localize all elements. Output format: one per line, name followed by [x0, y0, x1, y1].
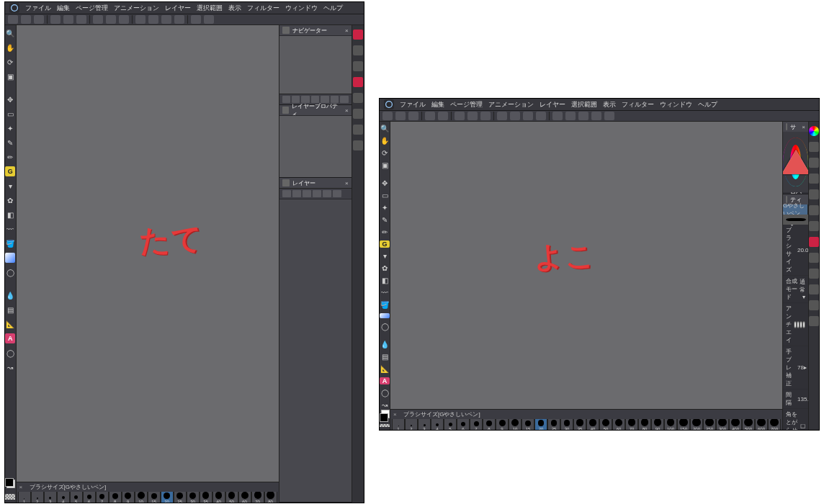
color-swatch[interactable] — [5, 478, 15, 488]
move-tool-icon[interactable]: ✋ — [380, 137, 390, 145]
misc-icon[interactable] — [552, 112, 563, 120]
correct-line-tool-icon[interactable]: ↝ — [380, 401, 390, 409]
rotate-icon[interactable] — [161, 15, 171, 24]
dock-icon[interactable] — [809, 189, 819, 199]
brush-size-cell[interactable]: 60 — [238, 492, 251, 503]
brush-size-cell[interactable]: 400 — [729, 419, 742, 430]
cut-icon[interactable] — [455, 112, 465, 120]
menu-item[interactable]: ヘルプ — [698, 100, 717, 109]
menu-item[interactable]: ページ管理 — [76, 4, 108, 13]
brush-size-cell[interactable]: 80 — [638, 419, 651, 430]
brush-size-cell[interactable]: 10 — [135, 492, 148, 503]
menu-item[interactable]: ウィンドウ — [660, 100, 692, 109]
marquee-tool-icon[interactable]: ▭ — [380, 192, 390, 199]
gradient-tool-icon[interactable] — [380, 313, 390, 318]
menu-item[interactable]: 選択範囲 — [197, 4, 223, 13]
layer-btn[interactable] — [313, 190, 321, 197]
brush-size-cell[interactable]: 3 — [418, 419, 431, 430]
blend-tool-icon[interactable]: 〰 — [5, 224, 15, 234]
brush-size-cell[interactable]: 9 — [496, 419, 509, 430]
layer-move-tool-icon[interactable]: ✥ — [380, 179, 390, 187]
brush-size-cell[interactable]: 1 — [392, 419, 405, 430]
misc-icon[interactable] — [204, 15, 214, 24]
brush-size-cell[interactable]: 30 — [560, 419, 573, 430]
marquee-tool-icon[interactable]: ▭ — [5, 109, 15, 119]
zoom-out-icon[interactable] — [135, 15, 146, 24]
color-swatch[interactable] — [380, 413, 390, 418]
pencil-tool-icon[interactable]: ✏ — [5, 152, 15, 162]
brush-size-cell[interactable]: 25 — [174, 492, 187, 503]
brush-size-cell[interactable]: 3 — [44, 492, 57, 503]
brush-size-cell[interactable]: 4 — [57, 492, 70, 503]
menu-item[interactable]: ヘルプ — [323, 4, 343, 13]
undo-icon[interactable] — [425, 112, 435, 120]
dock-icon[interactable] — [809, 237, 819, 247]
brush-size-cell[interactable]: 40 — [586, 419, 599, 430]
airbrush-tool-icon[interactable]: ▾ — [380, 252, 390, 260]
eyedropper-tool-icon[interactable]: 💧 — [380, 341, 390, 348]
rotate-icon[interactable] — [523, 112, 533, 120]
dock-icon[interactable] — [353, 77, 363, 87]
tool-property-row[interactable]: 合成モード通常 ▾ — [783, 276, 808, 303]
menu-item[interactable]: 表示 — [228, 4, 241, 13]
tool-property-row[interactable]: アンチエイ — [783, 303, 808, 346]
zoom-in-icon[interactable] — [148, 15, 158, 24]
layer-btn[interactable] — [292, 190, 301, 197]
paste-icon[interactable] — [119, 15, 129, 24]
layer-btn[interactable] — [333, 190, 341, 197]
brush-size-cell[interactable]: 30 — [187, 492, 200, 503]
layer-list[interactable] — [279, 199, 352, 502]
misc-icon[interactable] — [565, 112, 576, 120]
menu-item[interactable]: 編集 — [57, 4, 70, 13]
dock-icon[interactable] — [809, 269, 819, 279]
text-tool-icon[interactable]: A — [380, 377, 390, 384]
dock-icon[interactable] — [809, 174, 819, 184]
dock-icon[interactable] — [809, 300, 819, 310]
brush-size-cell[interactable]: 7 — [96, 492, 109, 503]
brush-size-cell[interactable]: 300 — [716, 419, 729, 430]
brush-size-cell[interactable]: 20 — [534, 419, 547, 430]
layer-btn[interactable] — [323, 190, 331, 197]
tool-property-row[interactable]: ブラシサイズ20.0▸ — [783, 225, 808, 276]
brush-size-cell[interactable]: 15 — [522, 419, 534, 430]
decoration-tool-icon[interactable]: ✿ — [5, 195, 15, 205]
menu-item[interactable]: レイヤー — [165, 4, 191, 13]
move-tool-icon[interactable]: ✋ — [5, 42, 15, 53]
brush-size-cell[interactable]: 70 — [251, 492, 264, 503]
dock-icon[interactable] — [809, 205, 819, 215]
pencil-tool-icon[interactable]: ✏ — [380, 228, 390, 236]
eyedropper-tool-icon[interactable]: 💧 — [5, 290, 15, 300]
zoom-out-icon[interactable] — [497, 112, 507, 120]
brush-size-cell[interactable]: 7 — [470, 419, 483, 430]
cut-icon[interactable] — [93, 15, 103, 24]
brush-size-cell[interactable]: 1 — [18, 492, 31, 503]
canvas[interactable]: たて — [17, 25, 279, 482]
color-wheel[interactable] — [783, 132, 808, 192]
brush-size-cell[interactable]: 2 — [405, 419, 418, 430]
dock-icon[interactable] — [809, 221, 819, 231]
figure-tool-icon[interactable]: ◯ — [5, 267, 15, 277]
redo-icon[interactable] — [63, 15, 73, 24]
new-file-icon[interactable] — [8, 15, 18, 24]
misc-icon[interactable] — [578, 112, 588, 120]
close-icon[interactable]: × — [345, 27, 349, 34]
balloon-tool-icon[interactable]: ◯ — [5, 348, 15, 358]
tool-property-row[interactable]: 角をとがらせる☐ — [783, 409, 808, 430]
paste-icon[interactable] — [480, 112, 491, 120]
quick-access-icon[interactable] — [353, 30, 363, 40]
menu-item[interactable]: 選択範囲 — [571, 100, 597, 109]
new-file-icon[interactable] — [382, 112, 393, 120]
decoration-tool-icon[interactable]: ✿ — [380, 264, 390, 272]
transparent-swatch[interactable] — [5, 494, 15, 500]
misc-icon[interactable] — [191, 15, 201, 24]
brush-size-cell[interactable]: 6 — [83, 492, 96, 503]
dock-icon[interactable] — [809, 126, 819, 136]
brush-size-cell[interactable]: 5 — [70, 492, 83, 503]
brush-size-cell[interactable]: 250 — [703, 419, 716, 430]
brush-size-cell[interactable]: 500 — [742, 419, 755, 430]
ruler-tool-icon[interactable]: 📐 — [380, 365, 390, 373]
brush-size-cell[interactable]: 15 — [148, 492, 161, 503]
canvas[interactable]: よこ — [390, 122, 782, 409]
flip-icon[interactable] — [174, 15, 184, 24]
brush-tool-icon[interactable]: G — [5, 166, 15, 176]
